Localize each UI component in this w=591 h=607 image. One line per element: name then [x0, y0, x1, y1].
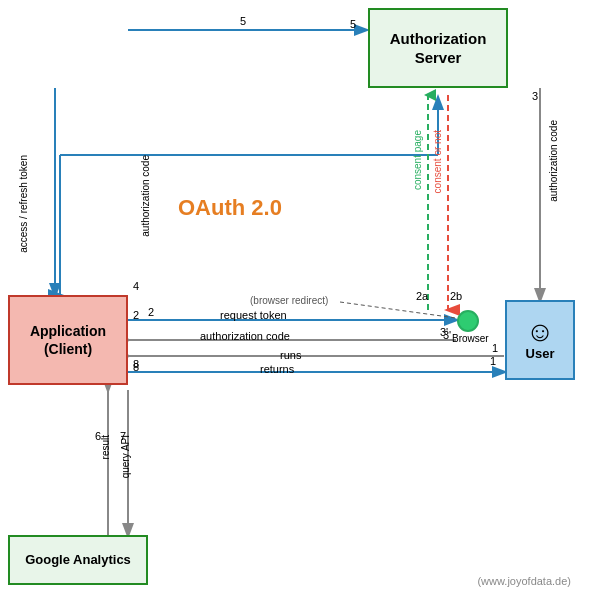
label-num-4: 4 — [133, 280, 139, 292]
browser-label: Browser — [452, 333, 489, 344]
label-2-num: 2 — [148, 306, 154, 318]
app-label: Application(Client) — [30, 322, 106, 358]
query-api-label: query API — [120, 435, 131, 478]
request-token-label: request token — [220, 309, 287, 321]
user-box: ☺ User — [505, 300, 575, 380]
diagram-container: 5 2 3' 1 8 — [0, 0, 591, 607]
user-icon: ☺ — [526, 318, 555, 346]
auth-code-vertical-label: authorization code — [140, 155, 151, 237]
svg-line-13 — [340, 302, 456, 318]
browser-circle — [457, 310, 479, 332]
user-label: User — [526, 346, 555, 363]
auth-server-box: Authorization Server — [368, 8, 508, 88]
label-num-2: 2 — [133, 309, 139, 321]
label-5: 5 — [240, 15, 246, 27]
result-label: result — [100, 435, 111, 459]
label-num-2b: 2b — [450, 290, 462, 302]
oauth-title: OAuth 2.0 — [178, 195, 282, 221]
label-num-2a: 2a — [416, 290, 428, 302]
auth-code-right-label: authorization code — [548, 120, 559, 202]
consent-or-not-label: consent or not — [432, 130, 443, 193]
application-box: Application(Client) — [8, 295, 128, 385]
label-1: 1 — [492, 342, 498, 354]
label-num-8: 8 — [133, 361, 139, 373]
google-analytics-box: Google Analytics — [8, 535, 148, 585]
auth-server-label: Authorization Server — [370, 29, 506, 68]
label-num-5: 5 — [350, 18, 356, 30]
returns-label: returns — [260, 363, 294, 375]
google-label: Google Analytics — [25, 552, 131, 569]
watermark: (www.joyofdata.de) — [477, 575, 571, 587]
label-num-3prime: 3' — [443, 329, 451, 341]
runs-label: runs — [280, 349, 301, 361]
label-num-1: 1 — [490, 355, 496, 367]
access-token-label: access / refresh token — [18, 155, 29, 253]
label-num-3: 3 — [532, 90, 538, 102]
auth-code-label-3prime: authorization code — [200, 330, 290, 342]
browser-redirect-label: (browser redirect) — [250, 295, 328, 306]
consent-page-label: consent page — [412, 130, 423, 190]
